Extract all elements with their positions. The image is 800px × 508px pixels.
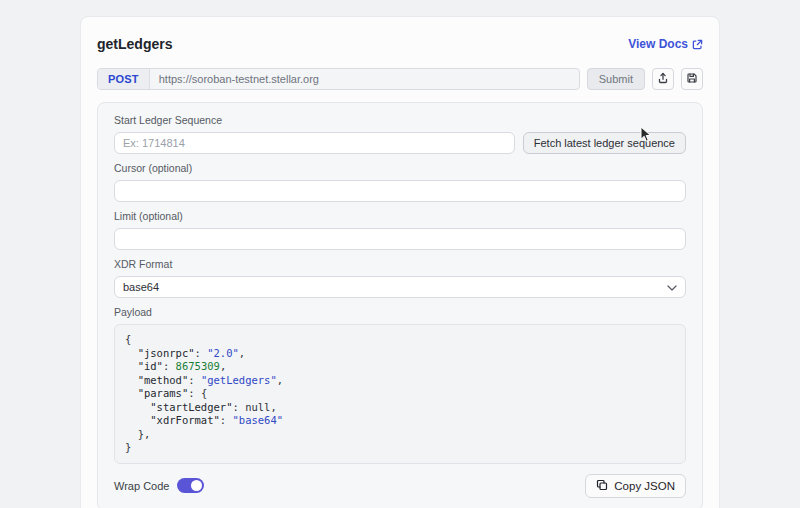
wrap-code-label: Wrap Code (114, 480, 169, 492)
submit-button[interactable]: Submit (587, 68, 645, 90)
wrap-code-toggle[interactable] (177, 478, 204, 493)
share-icon (657, 72, 669, 87)
http-method-badge: POST (98, 69, 150, 89)
payload-field: Payload { "jsonrpc": "2.0", "id": 867530… (114, 306, 686, 464)
wrap-code-control: Wrap Code (114, 478, 204, 493)
external-link-icon (692, 39, 703, 50)
save-icon (686, 72, 698, 87)
limit-input[interactable] (114, 228, 686, 250)
start-ledger-label: Start Ledger Sequence (114, 114, 686, 127)
cursor-input[interactable] (114, 180, 686, 202)
start-ledger-input[interactable] (114, 132, 515, 154)
view-docs-label: View Docs (628, 37, 688, 51)
request-url-group: POST (97, 68, 580, 90)
toggle-knob (191, 480, 202, 491)
request-params-panel: Start Ledger Sequence Fetch latest ledge… (97, 102, 703, 508)
copy-icon (596, 479, 608, 493)
cursor-label: Cursor (optional) (114, 162, 686, 175)
chevron-down-icon (667, 281, 677, 293)
xdr-format-select[interactable]: base64 (114, 276, 686, 298)
view-docs-link[interactable]: View Docs (628, 37, 703, 51)
copy-json-label: Copy JSON (614, 480, 675, 492)
limit-label: Limit (optional) (114, 210, 686, 223)
panel-footer: Wrap Code Copy JSON (114, 474, 686, 498)
fetch-latest-ledger-button[interactable]: Fetch latest ledger sequence (523, 132, 686, 154)
save-button[interactable] (681, 68, 703, 90)
xdr-format-label: XDR Format (114, 258, 686, 271)
card-header: getLedgers View Docs (97, 35, 703, 53)
url-input[interactable] (150, 69, 579, 89)
payload-code: { "jsonrpc": "2.0", "id": 8675309, "meth… (114, 324, 686, 464)
request-bar: POST Submit (97, 68, 703, 90)
share-button[interactable] (652, 68, 674, 90)
cursor-field: Cursor (optional) (114, 162, 686, 202)
copy-json-button[interactable]: Copy JSON (585, 474, 686, 498)
xdr-format-field: XDR Format base64 (114, 258, 686, 298)
payload-label: Payload (114, 306, 686, 319)
xdr-format-selected-value: base64 (123, 281, 159, 293)
page-title: getLedgers (97, 36, 172, 52)
limit-field: Limit (optional) (114, 210, 686, 250)
start-ledger-field: Start Ledger Sequence Fetch latest ledge… (114, 114, 686, 154)
endpoint-card: getLedgers View Docs POST Submit (80, 16, 720, 508)
